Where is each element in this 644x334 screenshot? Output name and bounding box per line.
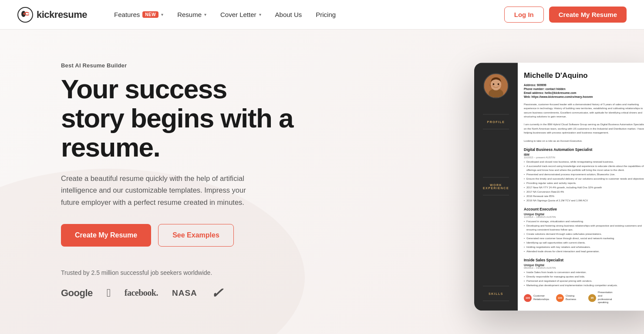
hero-content: Best AI Resume Builder Your success stor… bbox=[61, 62, 296, 301]
resume-job-title-1: Digital Business Automation Specialist bbox=[524, 147, 644, 152]
resume-profile-text: Passionate, customer-focused leader with… bbox=[524, 103, 644, 143]
resume-main: Michelle D'Aquino Address: 909999 Phone … bbox=[518, 63, 644, 311]
nike-logo: ✓ bbox=[210, 285, 223, 301]
resume-sidebar: PROFILE WORKEXPERIENCE SKILLS bbox=[474, 63, 518, 311]
google-logo: Google bbox=[61, 287, 93, 299]
resume-job-title-3: Inside Sales Specialist bbox=[524, 258, 644, 262]
resume-date-3: 08/2013 – 01/2015 AUSTIN bbox=[524, 267, 644, 269]
skill-1: 100 Customer Relationships bbox=[524, 291, 553, 304]
profile-divider-2 bbox=[483, 129, 509, 129]
resume-email: Email address: hello@kickresume.com bbox=[524, 91, 644, 94]
login-button[interactable]: Log In bbox=[504, 7, 544, 23]
resume-skills: 100 Customer Relationships 100 Closing B… bbox=[524, 291, 644, 304]
work-label: WORKEXPERIENCE bbox=[483, 184, 509, 190]
features-chevron-icon: ▾ bbox=[161, 12, 163, 17]
hero-badge: Best AI Resume Builder bbox=[61, 62, 296, 69]
resume-company-2: Unique Digital bbox=[524, 213, 644, 216]
skill-score-3: 95 bbox=[588, 294, 596, 302]
skill-name-1: Customer Relationships bbox=[533, 294, 553, 301]
resume-web: Web: https://www.kickresume.com/cv/mary-… bbox=[524, 95, 644, 98]
navbar: kickresume Features NEW ▾ Resume ▾ Cover… bbox=[0, 0, 644, 30]
svg-point-9 bbox=[499, 85, 501, 87]
nav-item-about[interactable]: About Us bbox=[269, 7, 308, 22]
resume-company-3: Unique Digital bbox=[524, 264, 644, 267]
resume-company-1: IBM bbox=[524, 153, 644, 156]
skills-divider bbox=[483, 286, 509, 286]
features-badge: NEW bbox=[142, 11, 158, 18]
skill-score-1: 100 bbox=[524, 294, 532, 302]
hero-section: Best AI Resume Builder Your success stor… bbox=[0, 30, 644, 334]
resume-phone: Phone number: contact hidden bbox=[524, 87, 644, 90]
logo-text: kickresume bbox=[37, 9, 87, 20]
nav-item-resume[interactable]: Resume ▾ bbox=[171, 7, 212, 22]
resume-chevron-icon: ▾ bbox=[204, 12, 206, 17]
nav-links: Features NEW ▾ Resume ▾ Cover Letter ▾ A… bbox=[108, 7, 504, 22]
resume-address: Address: 909999 bbox=[524, 84, 644, 87]
skills-divider-2 bbox=[483, 301, 509, 301]
create-resume-button-nav[interactable]: Create My Resume bbox=[549, 7, 627, 23]
create-resume-button-hero[interactable]: Create My Resume bbox=[61, 224, 151, 247]
skill-name-3: Presentation and professional speaking bbox=[598, 291, 617, 304]
nasa-logo: NASA bbox=[172, 288, 197, 298]
resume-job-title-2: Account Executive bbox=[524, 207, 644, 211]
nav-item-cover-letter[interactable]: Cover Letter ▾ bbox=[214, 7, 267, 22]
nav-item-features[interactable]: Features NEW ▾ bbox=[108, 7, 169, 22]
cover-letter-chevron-icon: ▾ bbox=[259, 12, 261, 17]
skill-2: 100 Closing Business bbox=[556, 291, 585, 304]
skill-score-2: 100 bbox=[556, 294, 564, 302]
resume-avatar bbox=[483, 73, 509, 98]
skill-3: 95 Presentation and professional speakin… bbox=[588, 291, 617, 304]
profile-divider bbox=[483, 114, 509, 114]
hero-buttons: Create My Resume See Examples bbox=[61, 224, 296, 247]
svg-point-8 bbox=[491, 85, 494, 87]
resume-preview: PROFILE WORKEXPERIENCE SKILLS Michelle D… bbox=[474, 63, 644, 311]
resume-date-2: 11/2014 – 10/2015 AUSTIN bbox=[524, 216, 644, 218]
skill-name-2: Closing Business bbox=[566, 294, 585, 301]
facebook-logo: facebook. bbox=[125, 288, 158, 298]
resume-bullets-2: Focused in storage, virtualization and n… bbox=[524, 220, 644, 254]
see-examples-button[interactable]: See Examples bbox=[158, 224, 234, 247]
resume-bullets-3: Inside Sales from leads to conversion an… bbox=[524, 271, 644, 287]
skills-label: SKILLS bbox=[489, 292, 503, 295]
profile-label: PROFILE bbox=[487, 120, 505, 124]
apple-logo:  bbox=[107, 286, 111, 300]
resume-bullets-1: Developed and closed new business, while… bbox=[524, 160, 644, 203]
brand-logos: Google  facebook. NASA ✓ bbox=[61, 285, 296, 301]
resume-date-1: 10/2015 – present AUSTIN bbox=[524, 156, 644, 159]
resume-person-name: Michelle D'Aquino bbox=[524, 71, 644, 80]
nav-actions: Log In Create My Resume bbox=[504, 7, 627, 23]
svg-point-6 bbox=[493, 84, 495, 85]
hero-subtitle: Create a beautiful resume quickly with t… bbox=[61, 173, 261, 208]
hero-title: Your success story begins with a resume. bbox=[61, 75, 296, 162]
nav-item-pricing[interactable]: Pricing bbox=[310, 7, 342, 22]
work-divider bbox=[483, 177, 509, 177]
logo[interactable]: kickresume bbox=[17, 7, 87, 23]
svg-point-7 bbox=[498, 84, 499, 85]
trusted-text: Trusted by 2.5 million successful job se… bbox=[61, 269, 296, 276]
work-divider-2 bbox=[483, 195, 509, 195]
svg-point-5 bbox=[491, 79, 501, 90]
